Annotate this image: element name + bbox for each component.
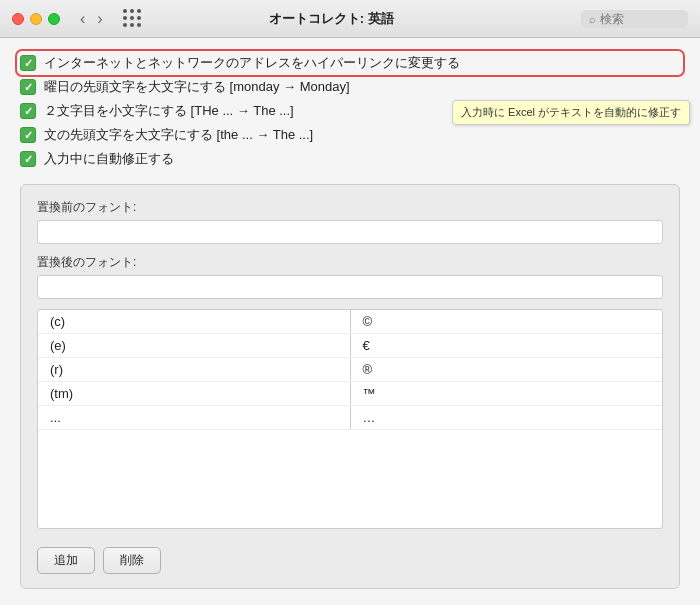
table-cell-before: (c) [38,310,350,334]
replace-section: 置換前のフォント: 置換後のフォント: (c)©(e)€(r)®(tm)™...… [20,184,680,589]
add-button[interactable]: 追加 [37,547,95,574]
replace-table: (c)©(e)€(r)®(tm)™...… [38,310,662,430]
back-button[interactable]: ‹ [76,10,89,28]
checkbox-second[interactable] [20,103,36,119]
table-row[interactable]: (e)€ [38,334,662,358]
titlebar: ‹ › オートコレクト: 英語 ⌕ [0,0,700,38]
table-cell-before: (e) [38,334,350,358]
search-icon: ⌕ [589,13,596,25]
table-row[interactable]: ...… [38,406,662,430]
checkbox-row-second[interactable]: ２文字目を小文字にする [THe ... → The ...] 入力時に Exc… [20,102,680,120]
after-field-group: 置換後のフォント: [37,254,663,299]
table-cell-after: € [350,334,662,358]
checkbox-second-label: ２文字目を小文字にする [THe ... → The ...] [44,102,294,120]
before-label: 置換前のフォント: [37,199,663,216]
delete-button[interactable]: 削除 [103,547,161,574]
minimize-button[interactable] [30,13,42,25]
table-cell-after: © [350,310,662,334]
maximize-button[interactable] [48,13,60,25]
close-button[interactable] [12,13,24,25]
checkbox-weekday[interactable] [20,79,36,95]
table-row[interactable]: (r)® [38,358,662,382]
checkbox-auto-label: 入力中に自動修正する [44,150,174,168]
window-title: オートコレクト: 英語 [90,10,573,28]
table-cell-before: (tm) [38,382,350,406]
checkbox-row-auto[interactable]: 入力中に自動修正する [20,150,680,168]
checkbox-section: インターネットとネットワークのアドレスをハイパーリンクに変更する 曜日の先頭文字… [20,54,680,168]
main-content: インターネットとネットワークのアドレスをハイパーリンクに変更する 曜日の先頭文字… [0,38,700,605]
tooltip: 入力時に Excel がテキストを自動的に修正す [452,100,690,125]
search-input[interactable] [600,12,680,26]
table-cell-after: … [350,406,662,430]
checkbox-row-sentence[interactable]: 文の先頭文字を大文字にする [the ... → The ...] [20,126,680,144]
checkbox-auto[interactable] [20,151,36,167]
table-row[interactable]: (tm)™ [38,382,662,406]
table-cell-after: ™ [350,382,662,406]
after-input[interactable] [37,275,663,299]
bottom-buttons: 追加 削除 [37,547,663,574]
after-label: 置換後のフォント: [37,254,663,271]
before-field-group: 置換前のフォント: [37,199,663,244]
checkbox-internet-label: インターネットとネットワークのアドレスをハイパーリンクに変更する [44,54,460,72]
search-box[interactable]: ⌕ [581,10,688,28]
table-cell-before: ... [38,406,350,430]
table-scroll[interactable]: (c)©(e)€(r)®(tm)™...… [38,310,662,528]
checkbox-sentence[interactable] [20,127,36,143]
checkbox-sentence-label: 文の先頭文字を大文字にする [the ... → The ...] [44,126,313,144]
checkbox-row-internet[interactable]: インターネットとネットワークのアドレスをハイパーリンクに変更する [20,54,680,72]
checkbox-internet[interactable] [20,55,36,71]
table-cell-before: (r) [38,358,350,382]
checkbox-row-weekday[interactable]: 曜日の先頭文字を大文字にする [monday → Monday] [20,78,680,96]
before-input[interactable] [37,220,663,244]
table-cell-after: ® [350,358,662,382]
replace-table-container: (c)©(e)€(r)®(tm)™...… [37,309,663,529]
traffic-lights [12,13,60,25]
checkbox-weekday-label: 曜日の先頭文字を大文字にする [monday → Monday] [44,78,350,96]
table-row[interactable]: (c)© [38,310,662,334]
